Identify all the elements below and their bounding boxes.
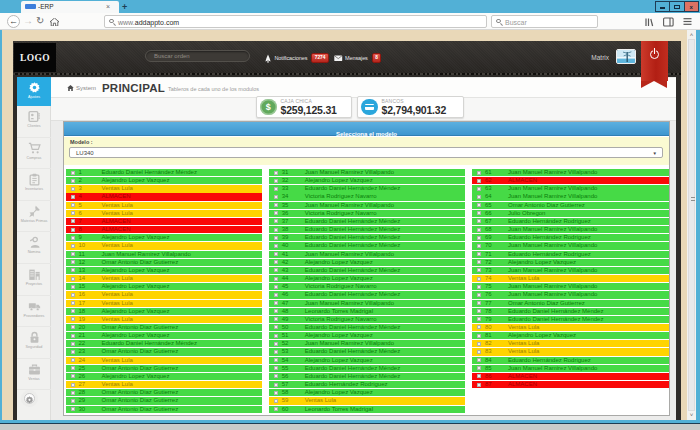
order-row[interactable]: 4ALMACEN <box>66 193 262 200</box>
row-checkbox[interactable] <box>274 236 278 240</box>
row-checkbox[interactable] <box>274 358 278 362</box>
order-row[interactable]: 27Ventas Lula <box>66 381 262 388</box>
order-row[interactable]: 26Alejandro Lopez Vazquez <box>66 373 262 380</box>
row-checkbox[interactable] <box>477 366 481 370</box>
row-checkbox[interactable] <box>477 236 481 240</box>
page-scrollbar[interactable]: ˄ ˅ <box>687 30 696 420</box>
row-checkbox[interactable] <box>477 244 481 248</box>
order-search-input[interactable]: Buscar orden <box>145 50 250 62</box>
row-checkbox[interactable] <box>71 374 75 378</box>
row-checkbox[interactable] <box>71 236 75 240</box>
row-checkbox[interactable] <box>477 195 481 199</box>
order-row[interactable]: 29Omar Antonio Diaz Gutierrez <box>66 397 262 404</box>
row-checkbox[interactable] <box>274 301 278 305</box>
order-row[interactable]: 14Ventas Lula <box>66 275 262 282</box>
row-checkbox[interactable] <box>274 407 278 411</box>
order-row[interactable]: 87ALMACEN <box>472 381 668 388</box>
row-checkbox[interactable] <box>477 277 481 281</box>
row-checkbox[interactable] <box>477 179 481 183</box>
order-row[interactable]: 49Victoria Rodriguez Navarro <box>269 316 465 323</box>
order-row[interactable]: 30Omar Antonio Diaz Gutierrez <box>66 406 262 413</box>
row-checkbox[interactable] <box>274 391 278 395</box>
row-checkbox[interactable] <box>477 211 481 215</box>
order-row[interactable]: 31Juan Manuel Ramirez Villalpando <box>269 169 465 176</box>
row-checkbox[interactable] <box>71 325 75 329</box>
row-checkbox[interactable] <box>71 219 75 223</box>
notifications-button[interactable]: Notificaciones 7274 <box>264 41 329 75</box>
reload-button[interactable]: ↻ <box>36 13 44 29</box>
order-row[interactable]: 59Ventas Lula <box>269 397 465 404</box>
menu-icon[interactable] <box>683 17 692 26</box>
row-checkbox[interactable] <box>274 228 278 232</box>
model-select[interactable]: LU340 ▼ <box>69 147 663 159</box>
row-checkbox[interactable] <box>71 179 75 183</box>
row-checkbox[interactable] <box>274 285 278 289</box>
order-row[interactable]: 63Juan Manuel Ramirez Villalpando <box>472 185 668 192</box>
row-checkbox[interactable] <box>274 187 278 191</box>
user-name[interactable]: Matrix <box>579 41 609 75</box>
row-checkbox[interactable] <box>477 383 481 387</box>
order-row[interactable]: 76Juan Manuel Ramirez Villalpando <box>472 291 668 298</box>
order-row[interactable]: 1Eduardo Daniel Hernández Méndez <box>66 169 262 176</box>
row-checkbox[interactable] <box>477 358 481 362</box>
row-checkbox[interactable] <box>71 350 75 354</box>
sidebar-item-ventas[interactable]: Ventas <box>17 359 51 391</box>
maximize-button[interactable] <box>669 1 685 12</box>
order-row[interactable]: 77Omar Antonio Diaz Gutierrez <box>472 300 668 307</box>
order-row[interactable]: 50Eduardo Daniel Hernández Méndez <box>269 324 465 331</box>
order-row[interactable]: 68Juan Manuel Ramirez Villalpando <box>472 226 668 233</box>
row-checkbox[interactable] <box>477 374 481 378</box>
order-row[interactable]: 67Eduardo Hernández Rodriguez <box>472 218 668 225</box>
order-row[interactable]: 19Ventas Lula <box>66 316 262 323</box>
order-row[interactable]: 69Eduardo Hernández Rodriguez <box>472 234 668 241</box>
row-checkbox[interactable] <box>71 407 75 411</box>
row-checkbox[interactable] <box>274 244 278 248</box>
order-row[interactable]: 81Alejandro Lopez Vazquez <box>472 332 668 339</box>
row-checkbox[interactable] <box>274 171 278 175</box>
order-row[interactable]: 55Eduardo Daniel Hernández Méndez <box>269 365 465 372</box>
order-row[interactable]: 16Ventas Lula <box>66 291 262 298</box>
sidebar-item-clientes[interactable]: Clientes <box>17 106 51 138</box>
logout-ribbon-button[interactable] <box>641 41 668 81</box>
order-row[interactable]: 40Eduardo Daniel Hernández Méndez <box>269 242 465 249</box>
order-row[interactable]: 57Eduardo Hernández Rodriguez <box>269 381 465 388</box>
order-row[interactable]: 80Ventas Lula <box>472 324 668 331</box>
row-checkbox[interactable] <box>274 252 278 256</box>
order-row[interactable]: 24Ventas Lula <box>66 357 262 364</box>
row-checkbox[interactable] <box>274 179 278 183</box>
order-row[interactable]: 37Eduardo Daniel Hernández Méndez <box>269 218 465 225</box>
order-row[interactable]: 65Omar Antonio Diaz Gutierrez <box>472 202 668 209</box>
row-checkbox[interactable] <box>477 334 481 338</box>
sidebar-settings-circle-button[interactable] <box>24 393 35 404</box>
row-checkbox[interactable] <box>71 399 75 403</box>
order-row[interactable]: 39Eduardo Daniel Hernández Méndez <box>269 234 465 241</box>
row-checkbox[interactable] <box>274 350 278 354</box>
forward-button[interactable]: → <box>23 13 33 29</box>
row-checkbox[interactable] <box>71 334 75 338</box>
row-checkbox[interactable] <box>71 342 75 346</box>
order-row[interactable]: 42Alejandro Lopez Vazquez <box>269 259 465 266</box>
library-icon[interactable] <box>644 17 654 27</box>
row-checkbox[interactable] <box>477 203 481 207</box>
row-checkbox[interactable] <box>477 325 481 329</box>
order-row[interactable]: 48Leonardo Torres Madrigal <box>269 308 465 315</box>
order-row[interactable]: 45Victoria Rodriguez Navarro <box>269 283 465 290</box>
row-checkbox[interactable] <box>477 301 481 305</box>
sidebar-item-nomina[interactable]: Nomina <box>17 232 51 264</box>
sidebar-item-proyectos[interactable]: Proyectos <box>17 264 51 296</box>
row-checkbox[interactable] <box>71 211 75 215</box>
order-row[interactable]: 18Alejandro Lopez Vazquez <box>66 308 262 315</box>
row-checkbox[interactable] <box>71 366 75 370</box>
row-checkbox[interactable] <box>477 187 481 191</box>
order-row[interactable]: 35Juan Manuel Ramirez Villalpando <box>269 202 465 209</box>
order-row[interactable]: 60Leonardo Torres Madrigal <box>269 406 465 413</box>
order-row[interactable]: 56Eduardo Daniel Hernández Méndez <box>269 373 465 380</box>
order-row[interactable]: 23Omar Antonio Diaz Gutierrez <box>66 348 262 355</box>
row-checkbox[interactable] <box>274 334 278 338</box>
order-row[interactable]: 72Alejandro Lopez Vazquez <box>472 259 668 266</box>
row-checkbox[interactable] <box>274 260 278 264</box>
row-checkbox[interactable] <box>477 293 481 297</box>
order-row[interactable]: 21Alejandro Lopez Vazquez <box>66 332 262 339</box>
order-row[interactable]: 64Juan Manuel Ramirez Villalpando <box>472 193 668 200</box>
messages-button[interactable]: Mensajes 8 <box>334 41 381 75</box>
